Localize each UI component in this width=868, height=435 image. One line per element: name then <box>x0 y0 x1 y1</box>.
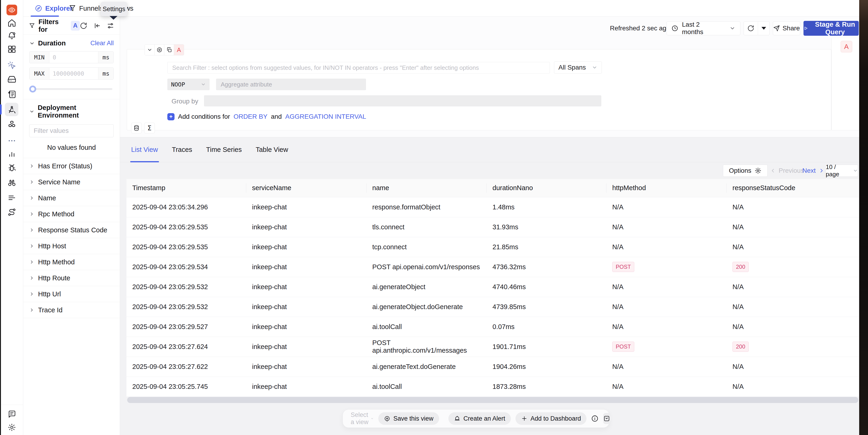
create-alert-button[interactable]: Create an Alert <box>448 412 511 425</box>
table-row[interactable]: 2025-09-04 23:05:25.745 inkeep-chat ai.t… <box>126 376 859 397</box>
filters-query-badge[interactable]: A <box>71 21 80 31</box>
select-view-dropdown[interactable]: Select a view <box>351 411 374 426</box>
time-range-select[interactable]: Last 2 months <box>666 21 740 35</box>
filter-section-row[interactable]: Http Route <box>23 270 120 286</box>
table-row[interactable]: 2025-09-04 23:05:34.296 inkeep-chat resp… <box>126 197 859 217</box>
table-row[interactable]: 2025-09-04 23:05:29.527 inkeep-chat ai.t… <box>126 317 859 337</box>
clear-all-link[interactable]: Clear All <box>90 40 114 47</box>
sidebar-item-metrics[interactable] <box>7 148 17 158</box>
col-timestamp[interactable]: Timestamp <box>126 179 246 197</box>
query-name-badge[interactable]: A <box>174 44 184 55</box>
panel-toggle-button[interactable] <box>603 413 610 424</box>
table-row[interactable]: 2025-09-04 23:05:29.535 inkeep-chat tcp.… <box>126 237 859 257</box>
group-by-input[interactable] <box>204 95 601 106</box>
filter-section-row[interactable]: Response Status Code <box>23 222 120 238</box>
search-filter-input[interactable] <box>167 62 550 73</box>
window-scrollbar-strip[interactable] <box>859 0 868 435</box>
aggregation-interval-link[interactable]: AGGREGATION INTERVAL <box>285 113 366 120</box>
filter-section-row[interactable]: Http Url <box>23 286 120 302</box>
col-response-status[interactable]: responseStatusCode <box>727 179 859 197</box>
sidebar-item-feedback[interactable] <box>7 409 17 419</box>
query-copy-button[interactable] <box>164 44 174 55</box>
sidebar-item-alerts[interactable] <box>7 31 17 41</box>
filters-settings-button[interactable] <box>107 22 114 29</box>
add-to-dashboard-button[interactable]: Add to Dashboard <box>516 412 587 425</box>
add-query-button[interactable] <box>131 123 142 133</box>
signoz-logo[interactable] <box>6 5 17 15</box>
info-button[interactable] <box>591 415 598 422</box>
share-button[interactable]: Share <box>773 21 800 35</box>
sidebar-item-infrastructure[interactable] <box>7 74 17 84</box>
duration-min-input[interactable] <box>50 52 98 63</box>
sidebar-item-logs[interactable] <box>7 90 17 99</box>
tab-funnels[interactable]: Funnels <box>69 0 103 17</box>
deployment-filter-input[interactable] <box>29 124 114 137</box>
query-collapse-button[interactable] <box>145 44 155 55</box>
table-row[interactable]: 2025-09-04 23:05:29.534 inkeep-chat POST… <box>126 257 859 277</box>
filter-section-row[interactable]: Http Host <box>23 238 120 254</box>
query-visibility-button[interactable] <box>155 44 164 55</box>
order-by-link[interactable]: ORDER BY <box>234 113 267 120</box>
slider-handle[interactable] <box>29 86 36 93</box>
chevron-down-icon[interactable] <box>29 109 34 114</box>
sidebar-item-integrations[interactable] <box>7 207 17 217</box>
add-condition-button[interactable]: + <box>167 113 175 120</box>
sidebar-item-dashboards[interactable] <box>7 44 17 54</box>
sidebar-item-more[interactable] <box>7 136 17 146</box>
cell-timestamp: 2025-09-04 23:05:29.527 <box>126 317 246 337</box>
col-name[interactable]: name <box>367 179 487 197</box>
col-duration[interactable]: durationNano <box>487 179 607 197</box>
page-size-select[interactable]: 10 / page <box>826 165 858 177</box>
cell-status: N/A <box>727 357 859 376</box>
col-http-method[interactable]: httpMethod <box>607 179 727 197</box>
save-view-button[interactable]: Save this view <box>378 412 439 425</box>
filter-section-row[interactable]: Trace Id <box>23 302 120 318</box>
options-button[interactable]: Options <box>723 165 768 177</box>
refresh-options-button[interactable] <box>758 22 769 35</box>
table-row[interactable]: 2025-09-04 23:05:29.535 inkeep-chat tls.… <box>126 217 859 237</box>
sidebar-item-home[interactable] <box>7 18 17 28</box>
query-rail-badge[interactable]: A <box>841 41 852 53</box>
bar-chart-icon <box>7 149 16 158</box>
filters-collapse-button[interactable] <box>93 22 101 29</box>
duration-slider[interactable] <box>29 86 114 93</box>
table-row[interactable]: 2025-09-04 23:05:27.622 inkeep-chat ai.g… <box>126 357 859 376</box>
active-nav-indicator <box>0 104 2 114</box>
sidebar-item-pipelines[interactable] <box>7 193 17 203</box>
duration-max-input[interactable] <box>50 68 98 79</box>
filter-section-row[interactable]: Service Name <box>23 174 120 190</box>
tab-explorer[interactable]: Explorer <box>35 0 73 17</box>
sidebar-item-services[interactable] <box>7 120 17 130</box>
status-code-badge: 200 <box>733 341 749 352</box>
sidebar-item-exceptions[interactable] <box>7 163 17 173</box>
span-scope-select[interactable]: All Spans <box>554 62 602 73</box>
signoz-eye-icon <box>8 6 16 14</box>
tab-list-view[interactable]: List View <box>131 137 158 162</box>
add-formula-button[interactable]: Σ <box>144 123 155 133</box>
previous-page-button[interactable]: Previous <box>770 165 804 177</box>
aggregate-operator-select[interactable]: NOOP <box>167 78 210 90</box>
filter-section-row[interactable]: Name <box>23 190 120 206</box>
table-row[interactable]: 2025-09-04 23:05:27.624 inkeep-chat POST… <box>126 337 859 357</box>
stage-run-query-button[interactable]: Stage & Run Query <box>804 21 859 36</box>
sidebar-item-traces[interactable] <box>7 105 17 114</box>
filter-section-row[interactable]: Rpc Method <box>23 206 120 222</box>
horizontal-scrollbar[interactable] <box>127 397 858 403</box>
sidebar-item-messaging[interactable] <box>7 61 17 70</box>
chevron-down-icon[interactable] <box>29 41 35 46</box>
table-row[interactable]: 2025-09-04 23:05:29.532 inkeep-chat ai.g… <box>126 297 859 317</box>
sidebar-item-settings[interactable] <box>7 423 17 432</box>
table-row[interactable]: 2025-09-04 23:05:29.532 inkeep-chat ai.g… <box>126 277 859 297</box>
filters-sync-button[interactable] <box>80 22 87 29</box>
tab-traces[interactable]: Traces <box>172 137 192 162</box>
pagination-row: Options Previous Next 10 / page <box>120 162 859 179</box>
filter-section-row[interactable]: Has Error (Status) <box>23 158 120 174</box>
cell-timestamp: 2025-09-04 23:05:29.532 <box>126 297 246 317</box>
next-page-button[interactable]: Next <box>802 165 825 177</box>
tab-time-series[interactable]: Time Series <box>206 137 242 162</box>
col-service-name[interactable]: serviceName <box>246 179 367 197</box>
filter-section-row[interactable]: Http Method <box>23 254 120 270</box>
refresh-button[interactable] <box>744 22 758 35</box>
sidebar-item-explorer[interactable] <box>7 178 17 188</box>
tab-table-view[interactable]: Table View <box>256 137 288 162</box>
